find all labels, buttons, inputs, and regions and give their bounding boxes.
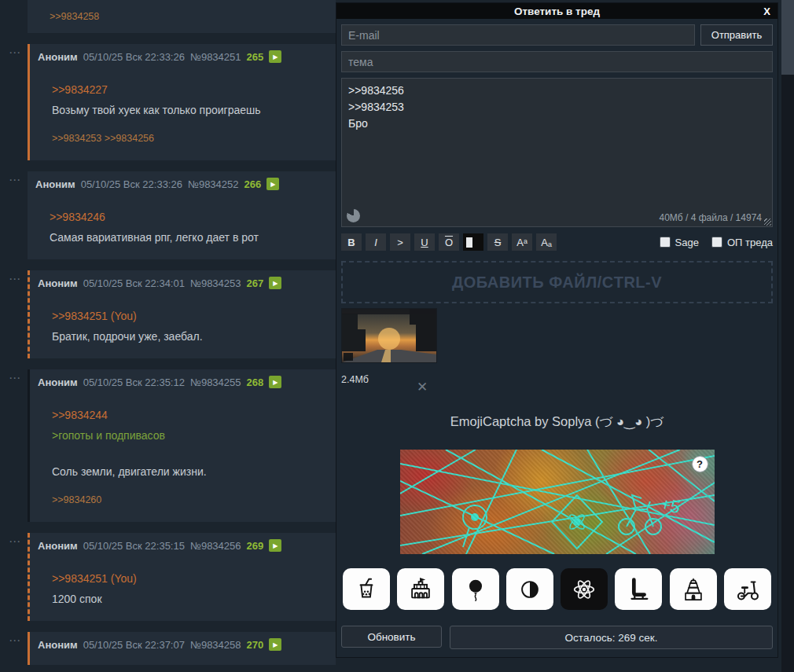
submit-button[interactable]: Отправить [700, 24, 773, 46]
post: Аноним 05/10/25 Вск 22:35:15 №9834256 26… [28, 533, 336, 621]
post-number-link[interactable]: №9834258 [190, 639, 241, 651]
post-index-link[interactable]: 269 [247, 540, 264, 552]
post-body: >>9834244 >гопоты и подпивасов Соль земл… [38, 407, 326, 508]
post: Аноним 05/10/25 Вск 22:35:12 №9834255 26… [28, 369, 336, 522]
upload-limits: 40Мб / 4 файла / 14974 [659, 212, 762, 223]
post-author: Аноним [35, 178, 75, 190]
op-checkbox[interactable]: ОП треда [711, 237, 773, 248]
post-menu-icon[interactable]: ⋯ [0, 173, 28, 259]
post-row: ⋯ Аноним 05/10/25 Вск 22:37:07 №9834258 … [0, 632, 336, 665]
sage-label: Sage [675, 237, 699, 248]
subject-row [341, 51, 773, 72]
close-icon[interactable]: X [763, 3, 770, 19]
format-toolbar: B I > U O S Aᵃ Aₐ Sage ОП треда [341, 233, 773, 251]
underline-button[interactable]: U [414, 233, 435, 251]
attached-file: 2.4Мб ✕ [341, 308, 440, 396]
post-number-link[interactable]: №9834256 [190, 540, 241, 552]
italic-button[interactable]: I [366, 233, 386, 251]
captcha-refresh-button[interactable]: Обновить [341, 626, 442, 648]
scrollbar[interactable] [781, 0, 794, 672]
bold-button[interactable]: B [341, 233, 362, 251]
sage-checkbox[interactable]: Sage [660, 237, 699, 248]
captcha-option-armchair[interactable] [615, 568, 662, 610]
post-index-link[interactable]: 268 [247, 376, 264, 388]
comment-wrap: >>9834256 >>9834253 Бро 40Мб / 4 файла /… [341, 78, 773, 227]
post-header: Аноним 05/10/25 Вск 22:34:01 №9834253 26… [38, 277, 326, 289]
quick-reply-button[interactable]: ▶ [269, 277, 281, 289]
quick-reply-button[interactable]: ▶ [269, 376, 281, 388]
reply-ref-link[interactable]: >>9834260 [52, 492, 101, 508]
post-body: >>9834251 (You) Братик, подрочи уже, зае… [38, 308, 326, 344]
post-author: Аноним [38, 639, 78, 651]
captcha-option-stadium[interactable] [397, 568, 444, 610]
post-number-link[interactable]: №9834252 [188, 178, 239, 190]
checkbox-icon [711, 237, 722, 248]
reply-ref-link[interactable]: >>9834253 >>9834256 [52, 130, 154, 146]
post-date: 05/10/25 Вск 22:37:07 [83, 639, 185, 651]
file-thumbnail[interactable] [341, 308, 437, 363]
post-index-link[interactable]: 266 [244, 178, 262, 190]
captcha-help-button[interactable]: ? [692, 456, 708, 472]
stadium-icon [407, 576, 434, 603]
temple-icon [680, 576, 707, 603]
post-index-link[interactable]: 265 [247, 51, 264, 63]
captcha-option-half-moon[interactable] [506, 568, 553, 610]
comment-textarea[interactable]: >>9834256 >>9834253 Бро [341, 78, 773, 227]
resize-handle[interactable] [764, 218, 771, 226]
paint-icon[interactable] [347, 209, 360, 222]
quick-reply-button[interactable]: ▶ [269, 539, 281, 552]
post-menu-icon[interactable]: ⋯ [0, 633, 28, 665]
quote-link[interactable]: >>9834244 [52, 407, 108, 423]
overline-button[interactable]: O [439, 233, 459, 251]
quote-button[interactable]: > [390, 233, 410, 251]
quote-link[interactable]: >>9834251 (You) [52, 571, 137, 586]
captcha-option-bubble-tea[interactable] [343, 568, 390, 610]
post-text: Соль земли, двигатели жизни. [52, 464, 326, 479]
page: >>9834258 ⋯ Аноним 05/10/25 Вск 22:33:26… [0, 0, 794, 672]
greentext: >гопоты и подпивасов [52, 428, 326, 443]
quick-reply-button[interactable]: ▶ [267, 178, 279, 190]
half-moon-icon [516, 576, 543, 603]
post-date: 05/10/25 Вск 22:33:26 [83, 51, 185, 63]
armchair-icon [625, 576, 652, 603]
play-icon: ▶ [270, 181, 275, 188]
reply-ref-link[interactable]: >>9834258 [50, 11, 99, 22]
post-number-link[interactable]: №9834255 [190, 376, 241, 388]
file-dropzone[interactable]: ДОБАВИТЬ ФАЙЛ/CTRL-V [341, 261, 773, 303]
quote-link[interactable]: >>9834246 [50, 209, 105, 225]
post-index-link[interactable]: 270 [247, 639, 264, 651]
email-field[interactable] [341, 24, 695, 46]
captcha-pattern: +5 [400, 450, 715, 554]
captcha-option-temple[interactable] [670, 568, 717, 610]
subject-field[interactable] [341, 51, 773, 72]
post-menu-icon[interactable]: ⋯ [0, 534, 28, 621]
quick-reply-button[interactable]: ▶ [269, 50, 281, 63]
captcha-option-balloon[interactable] [452, 568, 499, 610]
post: Аноним 05/10/25 Вск 22:33:26 №9834252 26… [28, 171, 336, 259]
post-menu-icon[interactable]: ⋯ [0, 46, 28, 160]
remove-file-icon[interactable]: ✕ [417, 380, 428, 394]
reply-form: Ответить в тред X Отправить >>9834256 >>… [336, 2, 778, 658]
post-menu-icon[interactable]: ⋯ [0, 371, 28, 522]
spoiler-button[interactable] [463, 233, 483, 251]
post: Аноним 05/10/25 Вск 22:34:01 №9834253 26… [28, 270, 336, 358]
post-number-link[interactable]: №9834251 [190, 51, 241, 63]
play-icon: ▶ [273, 641, 278, 648]
quick-reply-button[interactable]: ▶ [269, 638, 281, 651]
subscript-button[interactable]: Aₐ [536, 233, 557, 251]
post-text: Самая вариативная рпг, легко дает в рот [50, 230, 326, 245]
post: Аноним 05/10/25 Вск 22:33:26 №9834251 26… [28, 44, 336, 160]
play-icon: ▶ [273, 53, 278, 61]
scrollbar-thumb[interactable] [781, 0, 794, 75]
post-number-link[interactable]: №9834253 [190, 277, 241, 289]
post-fragment: >>9834258 [0, 0, 336, 33]
post-menu-icon[interactable]: ⋯ [0, 272, 28, 358]
captcha-option-scooter[interactable] [724, 568, 771, 610]
quote-link[interactable]: >>9834227 [52, 82, 108, 97]
quote-link[interactable]: >>9834251 (You) [52, 308, 137, 324]
superscript-button[interactable]: Aᵃ [512, 233, 532, 251]
strikethrough-button[interactable]: S [487, 233, 508, 251]
post-index-link[interactable]: 267 [247, 277, 264, 289]
captcha-option-atom[interactable] [561, 568, 608, 610]
spoiler-sample-icon [466, 237, 472, 248]
